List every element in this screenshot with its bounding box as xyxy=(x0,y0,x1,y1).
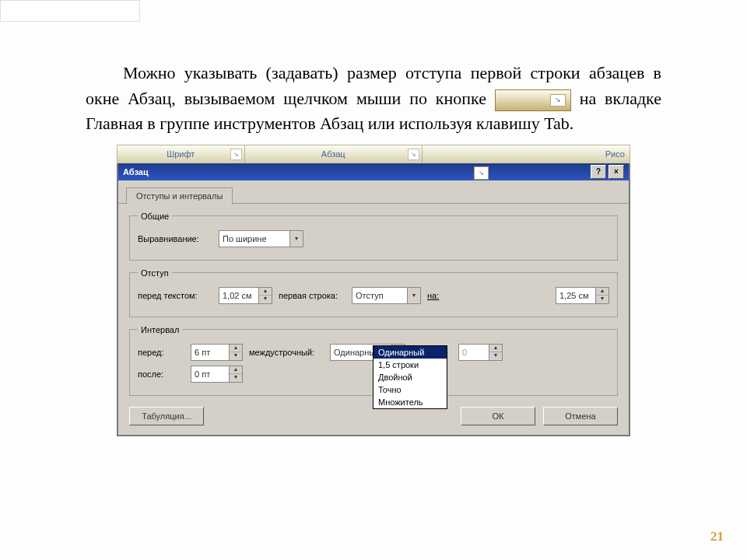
spinner-buttons-icon: ▴▾ xyxy=(595,288,608,303)
ribbon-group-paragraph-label: Абзац xyxy=(321,149,345,159)
group-general-legend: Общие xyxy=(138,212,172,221)
word-ribbon: Шрифт ↘ Абзац ↘ Рисо xyxy=(117,145,630,164)
cancel-button[interactable]: Отмена xyxy=(543,407,618,425)
spacing-after-value: 0 пт xyxy=(191,367,229,381)
dropdown-option[interactable]: Множитель xyxy=(374,396,447,408)
line-spacing-dropdown[interactable]: Одинарный 1,5 строки Двойной Точно Множи… xyxy=(373,345,447,409)
body-paragraph: Можно указывать (задавать) размер отступ… xyxy=(0,22,747,145)
by-value: 1,25 см xyxy=(556,289,595,303)
alignment-combo[interactable]: По ширине ▾ xyxy=(219,230,303,247)
spinner-buttons-icon: ▴▾ xyxy=(489,345,502,360)
by-spinner[interactable]: 1,25 см ▴▾ xyxy=(556,287,609,304)
close-button[interactable]: × xyxy=(608,165,624,179)
dropdown-option[interactable]: Точно xyxy=(374,383,447,396)
help-button[interactable]: ? xyxy=(591,165,606,179)
group-general: Общие Выравнивание: По ширине ▾ xyxy=(129,212,618,261)
before-text-value: 1,02 см xyxy=(219,289,258,303)
group-indent-legend: Отступ xyxy=(138,268,172,278)
ribbon-group-drawing: Рисо xyxy=(423,145,630,163)
before-text-spinner[interactable]: 1,02 см ▴▾ xyxy=(219,287,272,304)
dialog-titlebar: Абзац ? × xyxy=(118,163,629,180)
dropdown-option[interactable]: 1,5 строки xyxy=(374,359,447,371)
spacing-after-spinner[interactable]: 0 пт ▴▾ xyxy=(191,366,243,383)
dialog-launcher-icon: ↘ xyxy=(550,94,566,107)
first-line-value: Отступ xyxy=(352,289,407,303)
dialog-title: Абзац xyxy=(123,167,149,177)
paragraph-dialog: Абзац ? × Отступы и интервалы ↘ Общие Вы… xyxy=(117,163,630,436)
spacing-before-spinner[interactable]: 6 пт ▴▾ xyxy=(191,344,243,361)
ribbon-group-drawing-label: Рисо xyxy=(605,149,625,159)
tab-indents-spacing[interactable]: Отступы и интервалы xyxy=(126,187,233,205)
ok-button[interactable]: ОК xyxy=(461,407,535,425)
group-indent: Отступ перед текстом: 1,02 см ▴▾ первая … xyxy=(129,268,618,317)
spacing-value-spinner: 0 ▴▾ xyxy=(458,344,503,361)
spacing-value-value: 0 xyxy=(459,345,489,359)
dropdown-arrow-icon: ▾ xyxy=(407,288,420,303)
font-launcher-icon[interactable]: ↘ xyxy=(230,149,242,160)
first-line-label: первая строка: xyxy=(279,291,345,300)
line-spacing-label: междустрочный: xyxy=(249,348,324,357)
paragraph-launcher-icon[interactable]: ↘ xyxy=(408,149,419,160)
alignment-value: По ширине xyxy=(219,232,289,246)
dropdown-option[interactable]: Одинарный xyxy=(374,346,447,359)
spacing-before-value: 6 пт xyxy=(191,345,229,359)
first-line-combo[interactable]: Отступ ▾ xyxy=(352,287,421,304)
para-text-1: Можно указывать (задавать) размер отступ… xyxy=(86,63,661,108)
alignment-label: Выравнивание: xyxy=(138,234,212,243)
dialog-tabs: Отступы и интервалы ↘ xyxy=(118,180,629,204)
dropdown-option[interactable]: Двойной xyxy=(374,371,447,383)
group-spacing-legend: Интервал xyxy=(138,325,182,334)
before-text-label: перед текстом: xyxy=(138,291,212,300)
ribbon-group-font-label: Шрифт xyxy=(167,149,195,159)
by-label: на: xyxy=(427,291,444,300)
spinner-buttons-icon: ▴▾ xyxy=(229,345,242,360)
slide-header-strip xyxy=(0,0,140,22)
spacing-after-label: после: xyxy=(138,369,184,379)
ribbon-group-paragraph: Абзац ↘ xyxy=(245,145,423,163)
tabs-button[interactable]: Табуляция... xyxy=(129,407,204,425)
spacing-before-label: перед: xyxy=(138,348,184,357)
spinner-buttons-icon: ▴▾ xyxy=(229,366,242,382)
dropdown-arrow-icon: ▾ xyxy=(289,231,303,247)
ribbon-group-font: Шрифт ↘ xyxy=(117,145,245,163)
dialog-inner-launcher-icon: ↘ xyxy=(474,166,489,180)
spinner-buttons-icon: ▴▾ xyxy=(258,288,272,303)
dialog-launcher-inline-image: ↘ xyxy=(495,89,571,111)
page-number: 21 xyxy=(710,529,724,544)
